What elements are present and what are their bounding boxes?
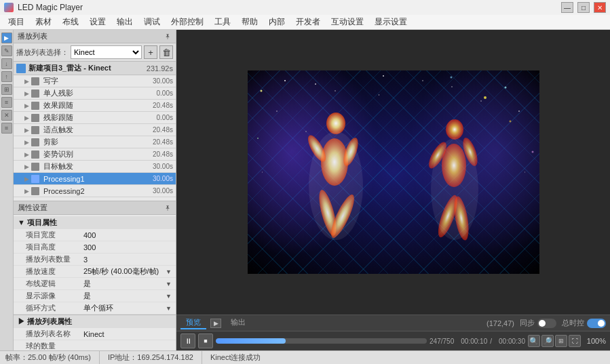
playlist-item[interactable]: ▶ Processing2 30.00s bbox=[14, 185, 176, 197]
item-name: Processing1 bbox=[43, 175, 151, 183]
close-button[interactable]: ✕ bbox=[594, 2, 606, 13]
minimize-button[interactable]: — bbox=[561, 2, 573, 13]
menu-item-素材[interactable]: 素材 bbox=[30, 15, 57, 29]
project-duration: 231.92s bbox=[147, 64, 173, 73]
attr-label: 项目高度 bbox=[26, 242, 83, 252]
playlist-item[interactable]: ▶ 单人残影 0.00s bbox=[14, 87, 176, 100]
zoom-percent: 100% bbox=[582, 337, 606, 345]
playlist-item[interactable]: ▶ 残影跟随 0.00s bbox=[14, 112, 176, 124]
menu-item-互动设置[interactable]: 互动设置 bbox=[326, 15, 369, 29]
item-expand[interactable]: ▶ bbox=[24, 163, 29, 170]
tab-preview-btn[interactable]: ▶ bbox=[210, 319, 221, 328]
attr-group-1-header[interactable]: ▼ 项目属性 bbox=[14, 216, 176, 229]
progress-bar-container[interactable] bbox=[216, 338, 427, 344]
tool-icon-1[interactable]: ▶ bbox=[1, 33, 12, 43]
attr-group-2-title: ▶ 播放列表属性 bbox=[18, 317, 72, 327]
tool-icon-7[interactable]: ✕ bbox=[1, 110, 12, 121]
item-name: 写字 bbox=[43, 76, 151, 86]
attr-sub-label: 球的数量 bbox=[26, 341, 83, 350]
item-duration: 30.00s bbox=[153, 77, 173, 85]
tool-icon-3[interactable]: ↓ bbox=[1, 58, 12, 69]
sync-label: 同步 bbox=[520, 318, 535, 328]
playlist-item[interactable]: ▶ 适点触发 20.48s bbox=[14, 124, 176, 136]
item-expand[interactable]: ▶ bbox=[24, 151, 29, 158]
playlist-item[interactable]: ▶ 剪影 20.48s bbox=[14, 136, 176, 148]
attr-dropdown-icon[interactable]: ▼ bbox=[166, 281, 172, 287]
item-icon bbox=[31, 114, 39, 122]
playlist-item[interactable]: ▶ 写字 30.00s bbox=[14, 75, 176, 87]
item-expand[interactable]: ▶ bbox=[24, 115, 29, 121]
item-expand[interactable]: ▶ bbox=[24, 176, 29, 182]
fullscreen-button[interactable]: ⛶ bbox=[569, 335, 581, 347]
attr-dropdown-icon[interactable]: ▼ bbox=[166, 293, 172, 300]
playlist-section-title: 播放列表 bbox=[18, 31, 47, 41]
item-duration: 20.48s bbox=[153, 138, 173, 146]
stop-button[interactable]: ■ bbox=[198, 333, 213, 348]
tool-icon-5[interactable]: ⊞ bbox=[1, 84, 12, 95]
menu-item-开发者[interactable]: 开发者 bbox=[290, 15, 326, 29]
attr-dropdown-icon[interactable]: ▼ bbox=[166, 268, 172, 275]
attr-value: 单个循环 bbox=[83, 303, 166, 313]
playlist-item[interactable]: ▶ 效果跟随 20.48s bbox=[14, 100, 176, 112]
attr-row: 布线逻辑 是 ▼ bbox=[14, 278, 176, 290]
playlist-delete-button[interactable]: 🗑 bbox=[159, 45, 173, 59]
menu-item-帮助[interactable]: 帮助 bbox=[236, 15, 263, 29]
tool-icon-4[interactable]: ↑ bbox=[1, 71, 12, 82]
menu-item-项目[interactable]: 项目 bbox=[3, 15, 30, 29]
item-duration: 20.48s bbox=[153, 102, 173, 109]
playlist-select[interactable]: Kinect bbox=[71, 45, 142, 59]
item-expand[interactable]: ▶ bbox=[24, 127, 29, 134]
attr-rows: 项目宽度 400 项目高度 300 播放列表数量 3 播放速度 25帧/秒 (4… bbox=[14, 229, 176, 315]
menu-item-布线[interactable]: 布线 bbox=[57, 15, 84, 29]
playlist-items-list: ▶ 写字 30.00s ▶ 单人残影 0.00s ▶ 效果跟随 20.48s ▶… bbox=[14, 75, 176, 197]
item-duration: 30.00s bbox=[153, 187, 173, 195]
maximize-button[interactable]: □ bbox=[577, 2, 590, 13]
item-icon bbox=[31, 187, 39, 195]
playlist-items: 新建项目3_雷达 - Kinect 231.92s ▶ 写字 30.00s ▶ … bbox=[14, 62, 176, 201]
tool-icon-8[interactable]: ≡ bbox=[1, 123, 12, 134]
playlist-pin[interactable]: 🖈 bbox=[164, 33, 172, 41]
zoom-out-button[interactable]: 🔎 bbox=[541, 335, 554, 347]
item-name: 姿势识别 bbox=[43, 149, 151, 159]
menu-item-外部控制[interactable]: 外部控制 bbox=[166, 15, 209, 29]
attr-row: 循环方式 单个循环 ▼ bbox=[14, 302, 176, 315]
tool-icon-2[interactable]: ✎ bbox=[1, 45, 12, 56]
ctrl-tabs: 预览 ▶ 输出 (172,47) 同步 总时控 bbox=[176, 315, 610, 331]
attr-dropdown-icon[interactable]: ▼ bbox=[166, 305, 172, 312]
pause-button[interactable]: ⏸ bbox=[180, 333, 195, 348]
sync-toggle-label: 同步 bbox=[520, 318, 556, 328]
tool-icon-6[interactable]: ≡ bbox=[1, 97, 12, 108]
menu-item-内部[interactable]: 内部 bbox=[263, 15, 290, 29]
playlist-project-header[interactable]: 新建项目3_雷达 - Kinect 231.92s bbox=[14, 62, 176, 75]
item-icon bbox=[31, 126, 39, 134]
status-ip: IP地址：169.254.174.182 bbox=[100, 351, 202, 364]
attr-row: 显示源像 是 ▼ bbox=[14, 290, 176, 302]
zoom-in-button[interactable]: 🔍 bbox=[528, 335, 540, 347]
tab-output[interactable]: 输出 bbox=[225, 317, 251, 329]
playlist-item[interactable]: ▶ 姿势识别 20.48s bbox=[14, 148, 176, 161]
item-expand[interactable]: ▶ bbox=[24, 188, 29, 195]
tab-preview[interactable]: 预览 bbox=[180, 317, 206, 329]
playlist-item[interactable]: ▶ 目标触发 30.00s bbox=[14, 161, 176, 173]
attr-group-2-header[interactable]: ▶ 播放列表属性 bbox=[14, 315, 176, 328]
playlist-item[interactable]: ▶ Processing1 30.00s bbox=[14, 173, 176, 185]
menu-item-调试[interactable]: 调试 bbox=[138, 15, 166, 29]
attr-row: 播放列表数量 3 bbox=[14, 254, 176, 266]
menu-item-输出[interactable]: 输出 bbox=[111, 15, 138, 29]
menu-item-显示设置[interactable]: 显示设置 bbox=[369, 15, 413, 29]
attributes-pin[interactable]: 🖈 bbox=[164, 204, 172, 212]
menu-item-设置[interactable]: 设置 bbox=[84, 15, 111, 29]
item-duration: 0.00s bbox=[157, 89, 173, 97]
item-expand[interactable]: ▶ bbox=[24, 139, 29, 146]
sync-toggle[interactable] bbox=[537, 319, 556, 328]
playlist-add-button[interactable]: + bbox=[144, 45, 157, 59]
bottom-controls: 预览 ▶ 输出 (172,47) 同步 总时控 ⏸ bbox=[176, 315, 610, 350]
item-expand[interactable]: ▶ bbox=[24, 90, 29, 97]
menu-item-工具[interactable]: 工具 bbox=[209, 15, 236, 29]
item-expand[interactable]: ▶ bbox=[24, 78, 29, 85]
total-ctrl-toggle[interactable] bbox=[587, 319, 606, 328]
item-expand[interactable]: ▶ bbox=[24, 102, 29, 109]
fit-button[interactable]: ⊞ bbox=[555, 335, 567, 347]
menubar: 项目素材布线设置输出调试外部控制工具帮助内部开发者互动设置显示设置 bbox=[0, 15, 610, 30]
attributes-section: 属性设置 🖈 ▼ 项目属性 项目宽度 400 项目高度 300 播放列表数量 3… bbox=[14, 201, 176, 350]
